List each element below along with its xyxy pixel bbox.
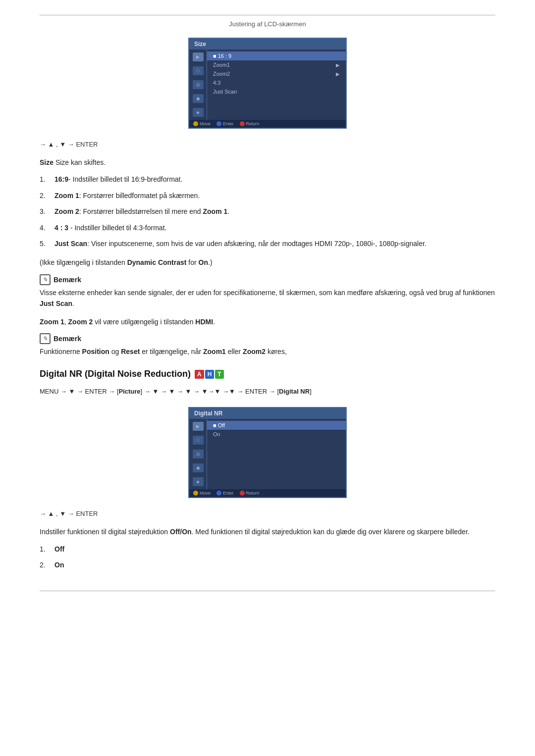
dnr-sidebar-icon-2: □: [193, 436, 204, 445]
size-menu-title: Size: [189, 39, 346, 50]
badge-a: A: [195, 370, 204, 379]
dnr-list-item-2: 2. On: [40, 559, 495, 570]
list-num-4: 4.: [40, 222, 54, 233]
note2-label: Bemærk: [54, 335, 81, 343]
digital-nr-heading-text: Digital NR (Digital Noise Reduction): [40, 369, 191, 379]
zoom-note-line: Zoom 1, Zoom 2 vil være utilgængelig i t…: [40, 316, 495, 327]
dnr-footer-move: Move: [193, 491, 211, 496]
just-scan-bold: Just Scan: [40, 300, 72, 307]
dnr-sidebar-icon-4: ◉: [193, 463, 204, 472]
dnr-sidebar-icon-5: ◈: [193, 477, 204, 486]
zoom2-note-bold: Zoom2: [243, 348, 266, 355]
size-item-label-justscan: Just Scan: [213, 89, 237, 95]
size-item-label-zoom2: Zoom2: [213, 71, 230, 77]
size-menu-item-169[interactable]: ■ 16 : 9: [207, 51, 346, 60]
dynamic-contrast-bold: Dynamic Contrast: [127, 258, 187, 266]
dnr-footer-return: Return: [240, 491, 260, 496]
bottom-rule: [40, 591, 495, 591]
sidebar-icon-1: ▶: [193, 52, 204, 61]
digital-nr-menu-items: ■ Off On: [207, 419, 346, 489]
menu-path-digital-nr: MENU → ▼ → ENTER → [Picture] → ▼ → ▼ → ▼…: [40, 386, 495, 397]
footer-icon-enter: [216, 121, 221, 126]
size-numbered-list: 1. 16:9- Indstiller billedet til 16:9-br…: [40, 174, 495, 249]
dnr-footer-icon-move: [193, 491, 198, 496]
digital-nr-heading: Digital NR (Digital Noise Reduction) A H…: [40, 369, 495, 379]
footer-icon-move: [193, 121, 198, 126]
list-item-3: 3. Zoom 2: Forstørrer billedstørrelsen t…: [40, 206, 495, 217]
digital-nr-menu-screenshot: Digital NR ▶ □ ◎ ◉ ◈ ■ Off On: [40, 407, 495, 498]
on-bold: On: [199, 258, 208, 266]
list-item-5: 5. Just Scan: Viser inputscenerne, som h…: [40, 238, 495, 249]
item1-bold: 16:9: [54, 175, 68, 183]
size-intro: Size Size kan skiftes.: [40, 157, 495, 168]
dnr-footer-enter: Enter: [216, 491, 234, 496]
note1-icon: ✎: [40, 274, 51, 285]
list-num-3: 3.: [40, 206, 54, 217]
dnr-off-bold: Off: [54, 545, 64, 553]
digital-nr-menu-body: ▶ □ ◎ ◉ ◈ ■ Off On: [189, 419, 346, 489]
badge-h: H: [205, 370, 214, 379]
item3-bold: Zoom 2: [54, 207, 79, 215]
size-item-label-zoom1: Zoom1: [213, 62, 230, 68]
position-bold: Position: [82, 348, 109, 355]
hdmi-bold: HDMI: [195, 318, 213, 326]
size-menu-screenshot: Size ▶ □ ◎ ◉ ◈ ■ 16 : 9 Zoom1 ▶: [40, 38, 495, 129]
note2-header: ✎ Bemærk: [40, 333, 495, 344]
list-item-4: 4. 4 : 3 - Indstiller billedet til 4:3-f…: [40, 222, 495, 233]
list-num-2: 2.: [40, 190, 54, 201]
item4-bold: 4 : 3: [54, 224, 68, 232]
size-menu-item-zoom1[interactable]: Zoom1 ▶: [207, 60, 346, 69]
size-menu-item-justscan[interactable]: Just Scan: [207, 87, 346, 96]
digital-nr-off-label: ■ Off: [213, 422, 225, 428]
list-content-1: 16:9- Indstiller billedet til 16:9-bredf…: [54, 174, 495, 185]
size-tv-menu: Size ▶ □ ◎ ◉ ◈ ■ 16 : 9 Zoom1 ▶: [188, 38, 347, 129]
note2-icon: ✎: [40, 333, 51, 344]
digital-nr-item-on[interactable]: On: [207, 430, 346, 439]
note1-text: Visse eksterne enheder kan sende signale…: [40, 287, 495, 309]
list-item-1: 1. 16:9- Indstiller billedet til 16:9-br…: [40, 174, 495, 185]
list-item-2: 2. Zoom 1: Forstørrer billedformatet på …: [40, 190, 495, 201]
sidebar-icon-2: □: [193, 66, 204, 75]
note2-text: Funktionerne Position og Reset er tilgæn…: [40, 346, 495, 357]
note1-parenthetical: (Ikke tilgængelig i tilstanden Dynamic C…: [40, 257, 495, 268]
digital-nr-list: 1. Off 2. On: [40, 544, 495, 571]
digital-nr-on-label: On: [213, 431, 220, 437]
digital-nr-tv-menu: Digital NR ▶ □ ◎ ◉ ◈ ■ Off On: [188, 407, 347, 498]
digital-nr-item-off[interactable]: ■ Off: [207, 421, 346, 430]
digital-nr-menu-title: Digital NR: [189, 408, 346, 419]
note1-label: Bemærk: [54, 276, 81, 284]
footer-enter: Enter: [216, 121, 234, 126]
sidebar-icon-5: ◈: [193, 108, 204, 117]
list-content-2: Zoom 1: Forstørrer billedformatet på skæ…: [54, 190, 495, 201]
picture-bold: Picture: [119, 388, 141, 395]
nav-instruction-size: → ▲ , ▼ → ENTER: [40, 141, 495, 148]
size-item-label-169: ■ 16 : 9: [213, 53, 231, 59]
top-rule: [40, 15, 495, 15]
digital-nr-badges: A H T: [195, 370, 224, 379]
item5-bold: Just Scan: [54, 240, 87, 248]
item2-bold: Zoom 1: [54, 192, 79, 200]
dnr-footer-icon-enter: [216, 491, 221, 496]
dnr-footer-icon-return: [240, 491, 245, 496]
badge-t: T: [215, 370, 223, 379]
size-intro-text: Size kan skiftes.: [55, 158, 106, 166]
size-menu-item-zoom2[interactable]: Zoom2 ▶: [207, 69, 346, 78]
dnr-on-bold: On: [54, 561, 64, 569]
note1-box: ✎ Bemærk Visse eksterne enheder kan send…: [40, 274, 495, 309]
dnr-list-content-1: Off: [54, 544, 495, 554]
size-menu-item-43[interactable]: 4:3: [207, 78, 346, 87]
dnr-list-num-1: 1.: [40, 544, 54, 554]
list-content-5: Just Scan: Viser inputscenerne, som hvis…: [54, 238, 495, 249]
page-title: Justering af LCD-skærmen: [40, 20, 495, 28]
item3-zoom1: Zoom 1: [203, 207, 228, 215]
list-content-4: 4 : 3 - Indstiller billedet til 4:3-form…: [54, 222, 495, 233]
list-num-1: 1.: [40, 174, 54, 185]
digital-nr-menu-footer: Move Enter Return: [189, 489, 346, 497]
dnr-sidebar-icon-1: ▶: [193, 422, 204, 431]
note2-box: ✎ Bemærk Funktionerne Position og Reset …: [40, 333, 495, 357]
footer-return: Return: [240, 121, 260, 126]
size-item-arrow-zoom1: ▶: [336, 62, 340, 68]
size-menu-footer: Move Enter Return: [189, 120, 346, 128]
dnr-list-num-2: 2.: [40, 559, 54, 570]
note1-header: ✎ Bemærk: [40, 274, 495, 285]
